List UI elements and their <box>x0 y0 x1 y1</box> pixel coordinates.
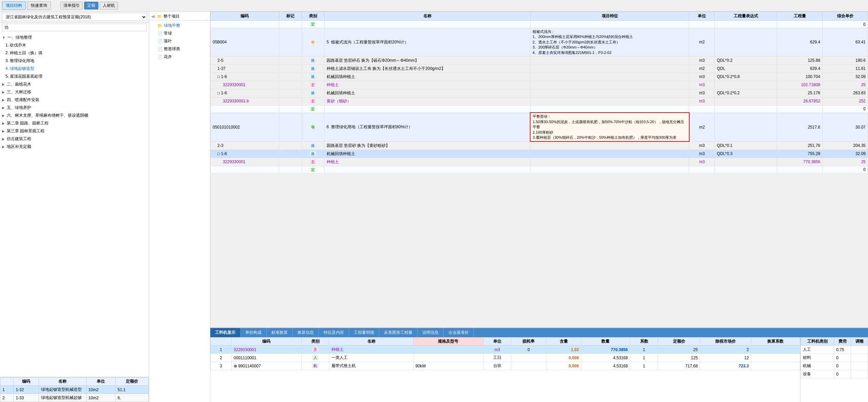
tree-item-section3[interactable]: ▶ 三、大树迁移 <box>0 88 149 96</box>
tree-item-chapter3[interactable]: ▶ 第三章 园林景观工程 <box>0 127 149 135</box>
tab-reverse-qty[interactable]: 反查图形工程量 <box>379 328 418 337</box>
expand-icon: ▶ <box>2 82 5 86</box>
tree-item-section6[interactable]: ▶ 六、树木支撑、草绳麻布绕树干、搭设遮阴棚 <box>0 112 149 119</box>
bottom-table-row[interactable]: 2 0001110001 人 一类人工 工日 0.006 4.53168 <box>211 354 800 362</box>
tab-qty-detail[interactable]: 工程量明细 <box>349 328 379 337</box>
bottom-table-row[interactable]: 1 3229330001 主 种植土 m3 0 1.02 770.3856 <box>211 346 800 354</box>
cell-cost: 0 <box>834 370 851 378</box>
cell-count: 4.53168 <box>581 354 630 362</box>
collapse-left-icon[interactable]: ≪ <box>151 14 156 19</box>
tree-item-section1[interactable]: ▼ 一、绿地整理 <box>0 34 149 41</box>
table-row[interactable]: 定 0 <box>211 21 868 28</box>
cell-calc-coef <box>751 362 800 370</box>
table-row[interactable]: 定 0 <box>211 166 868 173</box>
tree-item-1[interactable]: 1. 砍伐乔木 <box>0 41 149 49</box>
cell-name: 6 整理绿化用地（工程量暂按草坪面积80%计） <box>324 113 530 141</box>
cell-price: 25 <box>823 81 868 89</box>
table-row[interactable]: 定 0 <box>211 105 868 113</box>
proj-tree-item-luoye[interactable]: 📄 落叶 <box>151 37 209 45</box>
cell-price: 0 <box>823 21 868 28</box>
table-row[interactable]: 3229330001 主 种植土 m3 770.3856 25 <box>211 158 868 166</box>
cell-mark <box>279 158 302 166</box>
tree-item-section2[interactable]: ▶ 二、栽植花木 <box>0 80 149 88</box>
tree-item-antique[interactable]: ▶ 仿古建筑工程 <box>0 135 149 143</box>
btn-quota[interactable]: 定额 <box>84 2 98 9</box>
cell-expr: QDL*0.3 <box>715 150 777 158</box>
proj-tree-item-lvl1[interactable]: 📁 绿地平整 <box>151 22 209 30</box>
cell-unit: m3 <box>689 81 715 89</box>
tree-item-3[interactable]: 3. 整理绿化用地 <box>0 57 149 65</box>
cell-name: 种植土 <box>324 158 530 166</box>
table-row[interactable]: 1-37 换 种植土滤水层铺设土工布 换为【长丝透水土工布不小于200g/m2】… <box>211 64 868 73</box>
cell-calc-coef <box>751 346 800 354</box>
tab-labor-machine[interactable]: 工料机显示 <box>210 328 240 337</box>
th-price: 综合单价 <box>823 12 868 21</box>
table-row[interactable]: 1 1-32 绿地起铍造型机械造型 10m2 51.1 <box>0 386 149 394</box>
cell-qty: 770.3856 <box>777 158 823 166</box>
tree-item-section4[interactable]: ▶ 四、喷灌配件安装 <box>0 96 149 104</box>
tree-item-2[interactable]: 2. 种植土回（换）填 <box>0 49 149 57</box>
cell-feature <box>530 56 689 64</box>
bottom-table-container[interactable]: 编码 类别 名称 规格及型号 单位 损耗率 含量 数量 系数 <box>210 337 800 402</box>
btn-labor-material[interactable]: 人材机 <box>100 2 118 9</box>
tree-item-chapter2[interactable]: ▶ 第二章 园路、园桥工程 <box>0 119 149 127</box>
tab-enterprise-price[interactable]: 企业基准价 <box>444 328 474 337</box>
proj-tree-item-zhengxing[interactable]: 📄 整形球类 <box>151 45 209 53</box>
tab-unit-cost[interactable]: 单价构成 <box>240 328 267 337</box>
quota-dropdown[interactable]: 浙江省园林绿化及仿古建筑工程预算定额(2018) <box>2 13 147 21</box>
section-label: 三、大树迁移 <box>7 89 31 95</box>
tab-quick-search[interactable]: 快速查询 <box>27 1 51 10</box>
table-row[interactable]: 2-3 换 园路基层 垫层砂 换为【黄砂粗砂】 m3 QDL*0.1 251.7… <box>211 141 868 150</box>
cell-price: 32.09 <box>823 150 868 158</box>
cell-loss <box>511 362 546 370</box>
table-row[interactable]: 3229330001 主 种植土 m3 102.71808 25 <box>211 81 868 89</box>
cell-idx: 1 <box>211 346 232 354</box>
tree-item-supplement[interactable]: ▶ 地区补充定额 <box>0 143 149 151</box>
cell-category: 换 <box>302 73 324 81</box>
item-label: 2. 种植土回（换）填 <box>5 50 42 56</box>
main-data-table: 编码 标记 类别 名称 项目特征 单位 工程量表达式 工程量 综合单价 <box>210 12 868 174</box>
proj-tree-item-changlv[interactable]: 📄 常绿 <box>151 30 209 37</box>
table-row[interactable]: □ 1-6 换 机械回填种植土 m3 QDL*0.2*0.8 100.704 3… <box>211 73 868 81</box>
cell-feature <box>530 166 689 173</box>
data-table-container[interactable]: 编码 标记 类别 名称 项目特征 单位 工程量表达式 工程量 综合单价 <box>210 12 868 327</box>
section-label: 六、树木支撑、草绳麻布绕树干、搭设遮阴棚 <box>7 113 88 118</box>
cell-mark <box>279 113 302 141</box>
tab-features[interactable]: 特征及内容 <box>319 328 349 337</box>
tree-item-section5[interactable]: ▶ 五、绿地养护 <box>0 104 149 112</box>
cell-unit: m3 <box>689 73 715 81</box>
search-input[interactable] <box>2 24 147 31</box>
cell-feature <box>530 158 689 166</box>
tab-standard-convert[interactable]: 标准换算 <box>267 328 293 337</box>
tree-item-4[interactable]: 4. 绿地起铍造型 <box>0 65 149 73</box>
tab-description[interactable]: 说明信息 <box>418 328 444 337</box>
proj-tree-item-huawei[interactable]: 📄 花卉 <box>151 53 209 61</box>
tab-convert-info[interactable]: 换算信息 <box>293 328 319 337</box>
table-row[interactable]: 050101010002 项 6 整理绿化用地（工程量暂按草坪面积80%计） 平… <box>211 113 868 141</box>
cell-spec: 90kW <box>413 362 483 370</box>
cell-expr: QDL*0.2*0.8 <box>715 73 777 81</box>
tree-item-5[interactable]: 5. 屋顶花园基底处理 <box>0 73 149 80</box>
table-row[interactable]: 2-5 换 园路基层 垫层碎石 换为【砾石Φ20mm～Φ40mm】 m3 QDL… <box>211 56 868 64</box>
item-label: 4. 绿地起铍造型 <box>5 66 34 72</box>
sidebar-row[interactable]: 机械 0 <box>801 362 868 370</box>
table-row[interactable]: 2 1-33 绿地起铍造型机械起铍 10m2 6. <box>0 394 149 402</box>
sidebar-row[interactable]: 设备 0 <box>801 370 868 378</box>
table-row[interactable]: 3229330001③ 主 黄砂（细砂） m3 26.67952 252 <box>211 97 868 105</box>
cell-feature: 植被式浅沟： 1、200mm厚种植土层采用80%种植土与20%砂的混合种植土 2… <box>530 28 689 57</box>
btn-list-guide[interactable]: 清单指引 <box>60 2 83 9</box>
cell-category: 定 <box>302 166 324 173</box>
table-row[interactable]: □ 1-6 换 机械回填种植土 m3 QDL*0.3 755.28 32.09 <box>211 150 868 158</box>
tab-project-structure[interactable]: 项目结构 <box>2 1 26 10</box>
cell-expr: QDL*0.1 <box>715 141 777 150</box>
sidebar-row[interactable]: 材料 0 <box>801 354 868 362</box>
bottom-table-row[interactable]: 3 ⊕ 9901140007 机 履带式推土机 90kW 台班 0.006 4 <box>211 362 800 370</box>
sidebar-row[interactable]: 人工 0.75 <box>801 346 868 354</box>
table-row[interactable]: 05B004 补 5 植被式浅沟（工程量暂按草坪面积20%计） 植被式浅沟： 1… <box>211 28 868 57</box>
proj-item-label: 常绿 <box>164 31 172 36</box>
cell-feature <box>530 141 689 150</box>
cell-name: 机械回填种植土 <box>324 73 530 81</box>
table-row[interactable]: □ 1-6 换 机械回填种植土 m3 QDL*0.2*0.2 25.176 26… <box>211 89 868 97</box>
cell-qty: 755.28 <box>777 150 823 158</box>
cell-type: 人工 <box>801 346 834 354</box>
